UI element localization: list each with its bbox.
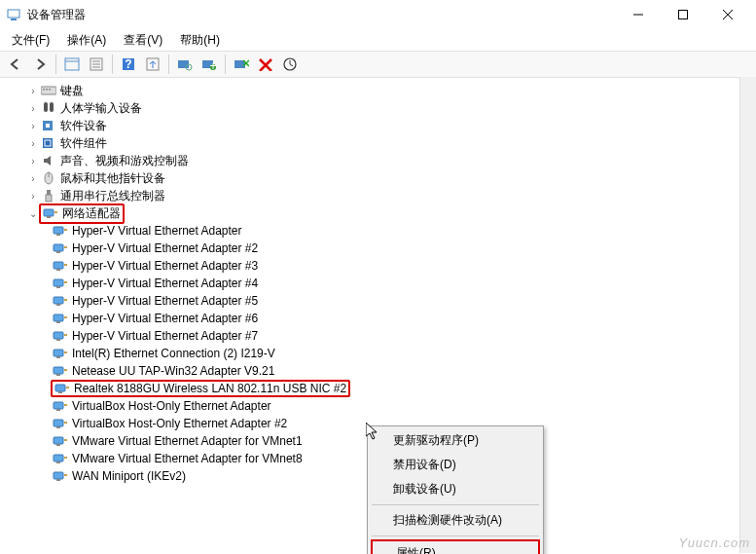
scrollbar[interactable]	[739, 77, 756, 553]
tree-item[interactable]: Hyper-V Virtual Ethernet Adapter #4	[14, 275, 756, 292]
uninstall-device-icon[interactable]	[230, 53, 253, 76]
ctx-properties[interactable]: 属性(R)	[373, 541, 538, 554]
svg-rect-83	[64, 474, 67, 476]
net-icon	[53, 452, 68, 465]
svg-rect-22	[41, 87, 56, 94]
tree-item[interactable]: ›键盘	[14, 82, 756, 99]
menu-help[interactable]: 帮助(H)	[172, 30, 228, 51]
mouse-cursor-icon	[366, 423, 381, 442]
expander-icon[interactable]: ›	[27, 121, 39, 131]
svg-rect-25	[49, 89, 51, 91]
tree-item[interactable]: Hyper-V Virtual Ethernet Adapter #2	[14, 240, 756, 257]
ctx-disable-device[interactable]: 禁用设备(D)	[370, 453, 541, 477]
tree-item[interactable]: ›通用串行总线控制器	[14, 187, 756, 204]
svg-rect-54	[54, 314, 63, 321]
svg-rect-26	[44, 102, 48, 112]
expander-icon[interactable]: ›	[27, 156, 39, 166]
svg-rect-51	[54, 297, 63, 304]
usb-icon	[41, 189, 56, 203]
net-icon	[53, 259, 68, 273]
tree-item-label: 人体学输入设备	[60, 100, 142, 117]
ctx-update-driver[interactable]: 更新驱动程序(P)	[370, 428, 541, 453]
tree-item[interactable]: VirtualBox Host-Only Ethernet Adapter	[14, 397, 756, 415]
help-button[interactable]: ?	[117, 53, 140, 76]
svg-rect-74	[64, 422, 67, 424]
tree-item-label: Hyper-V Virtual Ethernet Adapter	[72, 224, 242, 238]
svg-rect-56	[64, 316, 67, 318]
svg-rect-40	[56, 234, 60, 236]
expander-icon[interactable]: ›	[27, 173, 39, 184]
expander-icon[interactable]: ›	[27, 191, 39, 202]
svg-rect-23	[43, 89, 45, 91]
tree-item[interactable]: ›人体学输入设备	[14, 99, 756, 117]
back-button[interactable]	[4, 53, 27, 76]
net-icon	[53, 312, 68, 325]
svg-rect-82	[56, 479, 60, 481]
close-button[interactable]	[705, 0, 750, 29]
svg-rect-39	[54, 227, 63, 234]
menu-file[interactable]: 文件(F)	[4, 30, 57, 51]
tree-item-label: 网络适配器	[62, 205, 121, 222]
separator	[372, 536, 539, 536]
net-icon	[53, 241, 68, 255]
maximize-button[interactable]	[661, 0, 705, 29]
tree-item[interactable]: Hyper-V Virtual Ethernet Adapter #5	[14, 292, 756, 310]
svg-rect-63	[54, 367, 63, 374]
svg-rect-64	[56, 374, 60, 376]
svg-rect-46	[56, 269, 60, 271]
tree-item[interactable]: Realtek 8188GU Wireless LAN 802.11n USB …	[14, 380, 756, 397]
menu-view[interactable]: 查看(V)	[116, 30, 170, 51]
expander-icon[interactable]: ›	[27, 103, 39, 114]
tree-item[interactable]: ⌄网络适配器	[14, 204, 756, 222]
tree-item-label: 鼠标和其他指针设备	[60, 170, 165, 187]
svg-rect-27	[50, 102, 54, 112]
action-button[interactable]	[141, 53, 164, 76]
properties-button[interactable]	[85, 53, 108, 76]
svg-rect-45	[54, 262, 63, 269]
svg-rect-79	[56, 462, 60, 463]
tree-item[interactable]: Intel(R) Ethernet Connection (2) I219-V	[14, 345, 756, 362]
window-title: 设备管理器	[27, 7, 616, 23]
update-driver-icon[interactable]	[278, 53, 302, 76]
scan-hardware-icon[interactable]	[173, 53, 197, 76]
tree-item[interactable]: ›软件设备	[14, 117, 756, 134]
tree-item-label: 软件组件	[60, 135, 107, 152]
net-icon	[43, 206, 58, 220]
tree-item-label: Netease UU TAP-Win32 Adapter V9.21	[72, 364, 274, 378]
ctx-uninstall-device[interactable]: 卸载设备(U)	[370, 477, 541, 501]
net-icon	[53, 277, 68, 290]
tree-item-label: Hyper-V Virtual Ethernet Adapter #6	[72, 312, 258, 325]
ctx-scan-hardware[interactable]: 扫描检测硬件改动(A)	[370, 508, 541, 533]
tree-item[interactable]: Hyper-V Virtual Ethernet Adapter #3	[14, 257, 756, 275]
tree-item[interactable]: Hyper-V Virtual Ethernet Adapter #6	[14, 310, 756, 327]
tree-item[interactable]: Netease UU TAP-Win32 Adapter V9.21	[14, 362, 756, 380]
tree-item[interactable]: ›鼠标和其他指针设备	[14, 169, 756, 187]
svg-rect-29	[46, 124, 50, 128]
svg-rect-66	[55, 385, 65, 391]
disable-device-icon[interactable]	[254, 53, 277, 76]
add-legacy-hardware-icon[interactable]: +	[198, 53, 221, 76]
tree-item[interactable]: Hyper-V Virtual Ethernet Adapter #7	[14, 327, 756, 345]
app-icon	[6, 7, 21, 22]
svg-rect-47	[64, 264, 67, 266]
expander-icon[interactable]: ⌄	[27, 208, 39, 219]
minimize-button[interactable]	[616, 0, 661, 29]
svg-rect-70	[56, 409, 60, 411]
tree-item-label: WAN Miniport (IKEv2)	[72, 469, 186, 483]
svg-rect-65	[64, 369, 67, 371]
forward-button[interactable]	[28, 53, 52, 76]
keyboard-icon	[41, 84, 56, 97]
svg-rect-53	[64, 299, 67, 301]
expander-icon[interactable]: ›	[27, 86, 39, 96]
menu-action[interactable]: 操作(A)	[59, 30, 114, 51]
svg-rect-24	[46, 89, 48, 91]
tree-item[interactable]: ›软件组件	[14, 134, 756, 152]
svg-rect-60	[54, 350, 63, 356]
show-hide-console-tree-button[interactable]	[60, 53, 84, 76]
net-icon	[53, 329, 68, 343]
tree-item[interactable]: Hyper-V Virtual Ethernet Adapter	[14, 222, 756, 240]
expander-icon[interactable]: ›	[27, 138, 39, 149]
tree-item[interactable]: ›声音、视频和游戏控制器	[14, 152, 756, 169]
net-icon	[53, 224, 68, 238]
context-menu: 更新驱动程序(P) 禁用设备(D) 卸载设备(U) 扫描检测硬件改动(A) 属性…	[367, 425, 544, 554]
